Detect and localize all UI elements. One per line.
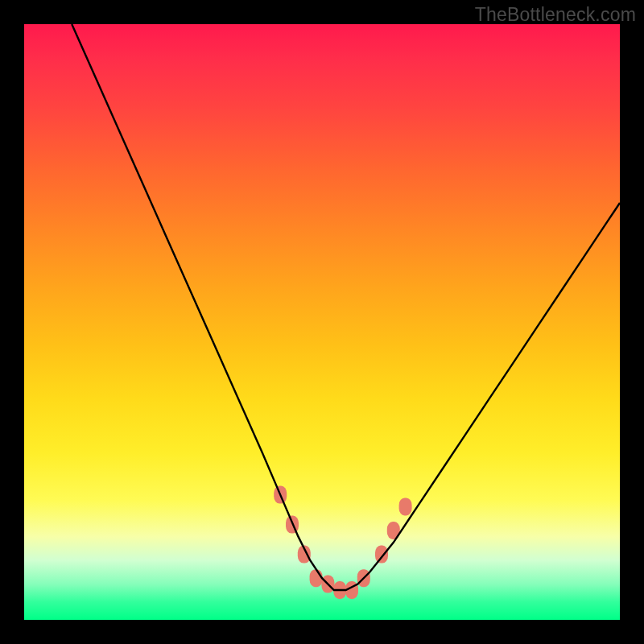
chart-svg (24, 24, 620, 620)
chart-plot-area (24, 24, 620, 620)
bottleneck-curve (72, 24, 620, 590)
chart-marker (310, 569, 323, 587)
chart-markers (274, 486, 411, 599)
watermark-text: TheBottleneck.com (475, 4, 636, 26)
chart-marker (375, 546, 388, 564)
chart-frame: TheBottleneck.com (0, 0, 644, 644)
chart-marker (399, 497, 412, 515)
